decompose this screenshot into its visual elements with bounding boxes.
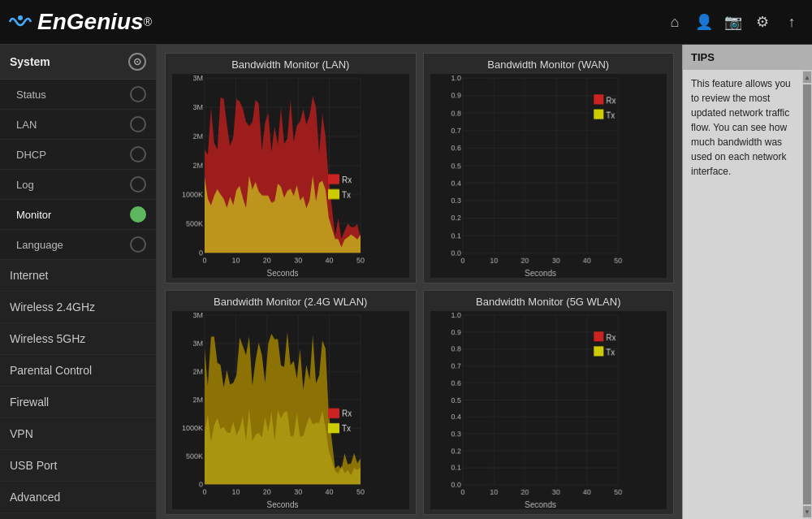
dhcp-dot [130,146,146,162]
chart-lan-title: Bandwidth Monitor (LAN) [172,58,409,71]
nav-internet[interactable]: Internet [0,260,156,292]
nav-advanced[interactable]: Advanced [0,482,156,513]
canvas-wlan24 [172,311,409,510]
canvas-lan [172,74,409,278]
chart-wlan5-area [430,311,667,510]
tips-scrollbar[interactable]: ▲ ▼ [802,70,812,519]
nav-wireless24[interactable]: Wireless 2.4GHz [0,292,156,323]
sidebar-item-log[interactable]: Log [0,170,156,200]
status-label: Status [16,89,46,101]
logo: EnGenius® [8,9,152,35]
sidebar: System ⊙ Status LAN DHCP Log Monitor Lan… [0,45,157,519]
chart-wlan24-area [172,311,409,510]
log-label: Log [16,179,34,191]
nav-usb[interactable]: USB Port [0,450,156,482]
main: System ⊙ Status LAN DHCP Log Monitor Lan… [0,45,812,519]
log-dot [130,176,146,192]
sidebar-item-status[interactable]: Status [0,80,156,110]
status-dot [130,86,146,102]
chart-wlan5: Bandwidth Monitor (5G WLAN) [423,290,675,516]
language-dot [130,236,146,253]
tips-wrapper: This feature allows you to review the mo… [683,70,812,519]
content: Bandwidth Monitor (LAN) Bandwidth Monito… [157,45,682,519]
tips-header: TIPS [683,45,812,70]
nav-wireless5[interactable]: Wireless 5GHz [0,323,156,355]
header-icons: ⌂ 👤 📷 ⚙ ↑ [663,10,804,34]
sidebar-item-lan[interactable]: LAN [0,110,156,140]
charts-row-1: Bandwidth Monitor (LAN) Bandwidth Monito… [165,53,674,283]
tips-inner: This feature allows you to review the mo… [683,70,802,519]
chart-lan: Bandwidth Monitor (LAN) [165,53,417,283]
header: EnGenius® ⌂ 👤 📷 ⚙ ↑ [0,0,812,45]
sidebar-item-monitor[interactable]: Monitor [0,200,156,230]
logo-reg: ® [144,15,152,28]
system-label: System [10,55,50,68]
logo-text: EnGenius [37,9,144,35]
chart-wlan24-title: Bandwidth Monitor (2.4G WLAN) [172,296,409,308]
lan-label: LAN [16,119,37,131]
svg-point-0 [18,15,23,20]
camera-icon[interactable]: 📷 [721,10,745,34]
nav-vpn[interactable]: VPN [0,418,156,450]
sidebar-item-language[interactable]: Language [0,230,156,260]
monitor-label: Monitor [16,209,51,221]
canvas-wan [430,74,667,278]
chart-wan: Bandwidth Monitor (WAN) [423,53,675,283]
sidebar-item-dhcp[interactable]: DHCP [0,140,156,170]
dhcp-label: DHCP [16,149,46,161]
language-label: Language [16,239,63,251]
settings-icon[interactable]: ⚙ [750,10,775,34]
tips-panel: TIPS This feature allows you to review t… [682,45,812,519]
chart-wan-title: Bandwidth Monitor (WAN) [430,58,667,71]
chart-wan-area [430,74,667,278]
tips-content: This feature allows you to review the mo… [683,70,802,185]
chart-wlan5-title: Bandwidth Monitor (5G WLAN) [430,296,667,308]
scroll-up-btn[interactable]: ▲ [803,71,811,83]
logo-wave-icon [8,14,32,30]
canvas-wlan5 [430,311,667,510]
charts-row-2: Bandwidth Monitor (2.4G WLAN) Bandwidth … [165,290,674,516]
chart-lan-area [172,74,409,278]
scroll-thumb[interactable] [803,84,811,504]
system-section[interactable]: System ⊙ [0,45,156,80]
nav-parental[interactable]: Parental Control [0,355,156,387]
home-icon[interactable]: ⌂ [663,10,687,34]
system-icon: ⊙ [128,53,146,71]
nav-firewall[interactable]: Firewall [0,387,156,418]
upload-icon[interactable]: ↑ [780,10,804,34]
scroll-down-btn[interactable]: ▼ [803,506,811,517]
nav-tools[interactable]: Tools [0,513,156,519]
monitor-dot [130,206,146,223]
chart-wlan24: Bandwidth Monitor (2.4G WLAN) [165,290,417,516]
lan-dot [130,116,146,132]
user-icon[interactable]: 👤 [692,10,716,34]
